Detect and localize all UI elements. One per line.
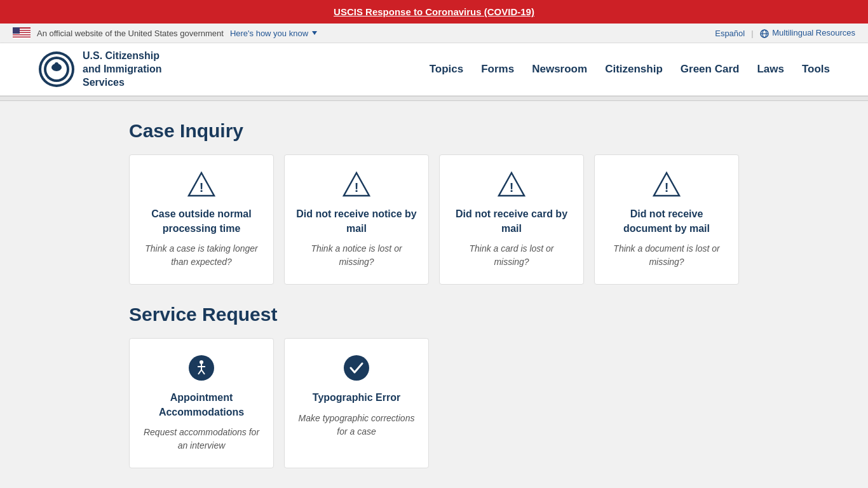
service-request-cards: Appointment Accommodations Request accom… (129, 338, 739, 468)
svg-rect-5 (13, 37, 31, 39)
svg-rect-6 (13, 27, 20, 34)
svg-point-30 (344, 355, 369, 381)
card-typographic-desc: Make typographic corrections for a case (296, 412, 417, 438)
card-no-document-title: Did not receive document by mail (606, 207, 727, 236)
official-text: An official website of the United States… (37, 29, 224, 38)
card-no-notice[interactable]: ! Did not receive notice by mail Think a… (284, 154, 429, 285)
main-content: Case Inquiry ! Case outside normal proce… (116, 101, 752, 487)
case-inquiry-cards: ! Case outside normal processing time Th… (129, 154, 739, 285)
multilingual-link[interactable]: Multilingual Resources (760, 28, 855, 38)
accessibility-icon (187, 354, 215, 382)
warning-icon-1: ! (187, 170, 215, 198)
card-typographic-title: Typographic Error (313, 391, 400, 405)
svg-text:!: ! (355, 180, 359, 194)
card-no-notice-desc: Think a notice is lost or missing? (296, 242, 417, 269)
svg-text:!: ! (510, 180, 514, 194)
service-request-title: Service Request (129, 304, 739, 325)
how-know-button[interactable]: Here's how you know (230, 29, 317, 38)
main-nav: Topics Forms Newsroom Citizenship Green … (430, 63, 830, 76)
card-no-document-desc: Think a document is lost or missing? (606, 242, 727, 269)
card-no-card[interactable]: ! Did not receive card by mail Think a c… (439, 154, 584, 285)
flag-icon (13, 27, 31, 39)
logo-text: U.S. Citizenship and Immigration Service… (83, 50, 161, 89)
nav-laws[interactable]: Laws (757, 63, 784, 76)
card-case-outside-desc: Think a case is taking longer than expec… (141, 242, 262, 269)
card-no-card-desc: Think a card is lost or missing? (451, 242, 572, 269)
card-appointment-title: Appointment Accommodations (141, 391, 262, 419)
checkmark-circle-icon (342, 354, 370, 382)
globe-icon (760, 29, 769, 38)
nav-topics[interactable]: Topics (430, 63, 464, 76)
card-case-outside[interactable]: ! Case outside normal processing time Th… (129, 154, 274, 285)
nav-forms[interactable]: Forms (481, 63, 514, 76)
card-case-outside-title: Case outside normal processing time (141, 207, 262, 236)
card-no-notice-title: Did not receive notice by mail (296, 207, 417, 236)
svg-point-15 (55, 62, 58, 66)
dhs-seal (38, 51, 75, 88)
warning-icon-2: ! (342, 170, 370, 198)
gov-bar-right: Español | Multilingual Resources (715, 28, 855, 38)
svg-text:!: ! (665, 180, 669, 194)
svg-text:!: ! (200, 180, 204, 194)
warning-icon-3: ! (498, 170, 526, 198)
svg-rect-4 (13, 36, 31, 37)
page-divider (0, 96, 868, 101)
card-typographic-error[interactable]: Typographic Error Make typographic corre… (284, 338, 429, 468)
nav-newsroom[interactable]: Newsroom (532, 63, 587, 76)
gov-bar-left: An official website of the United States… (13, 27, 317, 39)
card-appointment-desc: Request accommodations for an interview (141, 426, 262, 452)
card-no-card-title: Did not receive card by mail (451, 207, 572, 236)
nav-tools[interactable]: Tools (802, 63, 830, 76)
nav-citizenship[interactable]: Citizenship (605, 63, 663, 76)
covid-banner-link[interactable]: USCIS Response to Coronavirus (COVID-19) (334, 6, 534, 17)
case-inquiry-title: Case Inquiry (129, 120, 739, 142)
header: U.S. Citizenship and Immigration Service… (0, 43, 868, 96)
warning-icon-4: ! (653, 170, 681, 198)
gov-bar: An official website of the United States… (0, 24, 868, 43)
svg-point-25 (200, 360, 203, 364)
covid-banner: USCIS Response to Coronavirus (COVID-19) (0, 0, 868, 24)
logo-area[interactable]: U.S. Citizenship and Immigration Service… (38, 50, 161, 89)
chevron-down-icon (312, 31, 317, 35)
nav-green-card[interactable]: Green Card (681, 63, 740, 76)
espanol-link[interactable]: Español (715, 29, 745, 38)
card-appointment-accommodations[interactable]: Appointment Accommodations Request accom… (129, 338, 274, 468)
card-no-document[interactable]: ! Did not receive document by mail Think… (594, 154, 739, 285)
